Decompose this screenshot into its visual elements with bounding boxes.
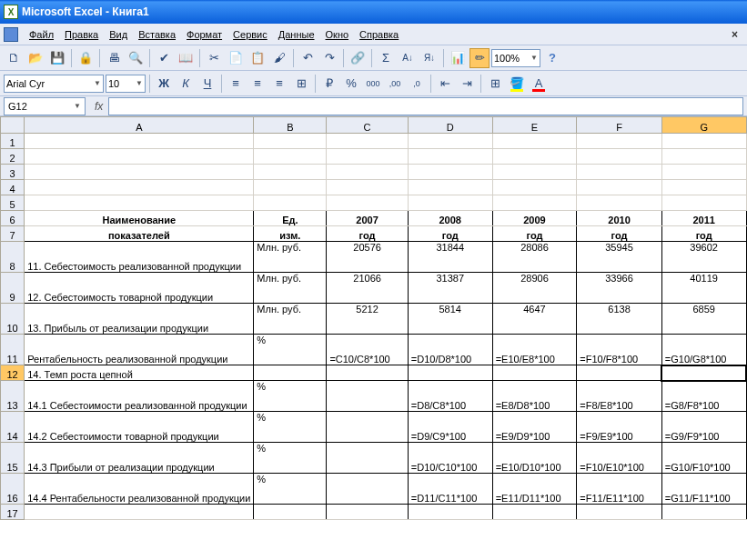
print-button[interactable]: 🖶 (104, 48, 124, 68)
cell[interactable]: 11. Себестоимость реализованной продукци… (25, 242, 254, 273)
cell[interactable] (327, 180, 408, 195)
merge-center-button[interactable]: ⊞ (291, 74, 311, 94)
cell[interactable]: 2008 (408, 211, 492, 226)
row-header-9[interactable]: 9 (1, 273, 25, 304)
align-left-button[interactable]: ≡ (226, 74, 246, 94)
cell[interactable] (327, 381, 408, 412)
cell[interactable]: 14.1 Себестоимости реализованной продукц… (25, 381, 254, 412)
cell[interactable]: =D10/D8*100 (408, 335, 492, 365)
row-header-12[interactable]: 12 (1, 365, 25, 381)
cell[interactable] (408, 134, 492, 149)
row-header-2[interactable]: 2 (1, 149, 25, 165)
menu-help[interactable]: Справка (354, 27, 404, 42)
menu-view[interactable]: Вид (104, 27, 133, 42)
cell[interactable]: =F10/F8*100 (577, 335, 662, 365)
cell[interactable] (577, 165, 662, 180)
cell[interactable]: 14.4 Рентабельности реализованной продук… (25, 474, 254, 505)
cell[interactable] (577, 365, 662, 381)
cell[interactable]: 5814 (408, 304, 492, 335)
cell[interactable] (408, 149, 492, 165)
cell[interactable] (577, 149, 662, 165)
cell[interactable] (327, 165, 408, 180)
cell[interactable] (327, 365, 408, 381)
row-header-14[interactable]: 14 (1, 412, 25, 443)
cell[interactable] (661, 195, 746, 211)
cell[interactable] (327, 134, 408, 149)
col-header-B[interactable]: B (254, 117, 327, 134)
cell[interactable] (25, 195, 254, 211)
cell[interactable] (25, 165, 254, 180)
cell[interactable] (408, 505, 492, 520)
cell[interactable] (661, 165, 746, 180)
permission-button[interactable]: 🔒 (76, 48, 96, 68)
close-workbook-button[interactable]: × (726, 28, 743, 41)
cell[interactable] (254, 134, 327, 149)
cell[interactable] (661, 134, 746, 149)
formula-input[interactable] (108, 97, 743, 115)
cell[interactable] (492, 365, 577, 381)
cell[interactable]: =G9/F9*100 (661, 412, 746, 443)
cell[interactable] (327, 412, 408, 443)
cell[interactable] (25, 180, 254, 195)
cell[interactable] (492, 195, 577, 211)
cell[interactable] (327, 443, 408, 474)
autosum-button[interactable]: Σ (376, 48, 396, 68)
cell[interactable]: 13. Прибыль от реализации продукции (25, 304, 254, 335)
cell[interactable]: 14.3 Прибыли от реализации продукции (25, 443, 254, 474)
cell[interactable]: =F8/E8*100 (577, 381, 662, 412)
menu-insert[interactable]: Вставка (133, 27, 181, 42)
cell[interactable]: 2009 (492, 211, 577, 226)
row-header-3[interactable]: 3 (1, 165, 25, 180)
cell[interactable]: =G10/F10*100 (661, 443, 746, 474)
cell[interactable] (25, 505, 254, 520)
cut-button[interactable]: ✂ (204, 48, 224, 68)
fill-color-button[interactable]: 🪣 (507, 74, 527, 94)
cell[interactable] (254, 505, 327, 520)
cell[interactable]: 35945 (577, 242, 662, 273)
cell[interactable]: год (577, 226, 662, 242)
col-header-G[interactable]: G (661, 117, 746, 134)
save-button[interactable]: 💾 (47, 48, 67, 68)
sort-asc-button[interactable]: А↓ (398, 48, 418, 68)
cell[interactable]: Млн. руб. (254, 304, 327, 335)
cell[interactable]: год (492, 226, 577, 242)
sort-desc-button[interactable]: Я↓ (419, 48, 439, 68)
cell[interactable]: 12. Себестоимость товарной продукции (25, 273, 254, 304)
select-all-corner[interactable] (1, 117, 25, 134)
col-header-D[interactable]: D (408, 117, 492, 134)
cell[interactable]: 28086 (492, 242, 577, 273)
cell[interactable] (254, 180, 327, 195)
cell[interactable] (577, 180, 662, 195)
undo-button[interactable]: ↶ (298, 48, 318, 68)
cell[interactable]: =F11/E11*100 (577, 474, 662, 505)
cell[interactable]: =G10/G8*100 (661, 335, 746, 365)
cell[interactable] (408, 180, 492, 195)
cell[interactable] (492, 165, 577, 180)
cell[interactable] (492, 134, 577, 149)
cell[interactable] (327, 474, 408, 505)
cell[interactable] (492, 149, 577, 165)
cell[interactable]: % (254, 443, 327, 474)
cell[interactable] (492, 180, 577, 195)
cell[interactable]: =E10/D10*100 (492, 443, 577, 474)
cell[interactable]: =D9/C9*100 (408, 412, 492, 443)
cell[interactable] (25, 134, 254, 149)
cell[interactable] (254, 149, 327, 165)
preview-button[interactable]: 🔍 (126, 48, 146, 68)
cell[interactable] (408, 195, 492, 211)
row-header-5[interactable]: 5 (1, 195, 25, 211)
comma-button[interactable]: 000 (363, 74, 383, 94)
row-header-7[interactable]: 7 (1, 226, 25, 242)
redo-button[interactable]: ↷ (319, 48, 339, 68)
menu-window[interactable]: Окно (320, 27, 355, 42)
cell[interactable]: =G8/F8*100 (661, 381, 746, 412)
increase-indent-button[interactable]: ⇥ (457, 74, 477, 94)
cell[interactable] (577, 195, 662, 211)
row-header-1[interactable]: 1 (1, 134, 25, 149)
cell[interactable]: Млн. руб. (254, 242, 327, 273)
cell[interactable]: =C10/C8*100 (327, 335, 408, 365)
menu-file[interactable]: Файл (24, 27, 59, 42)
cell[interactable]: % (254, 412, 327, 443)
cell[interactable]: =D8/C8*100 (408, 381, 492, 412)
cell[interactable]: 5212 (327, 304, 408, 335)
